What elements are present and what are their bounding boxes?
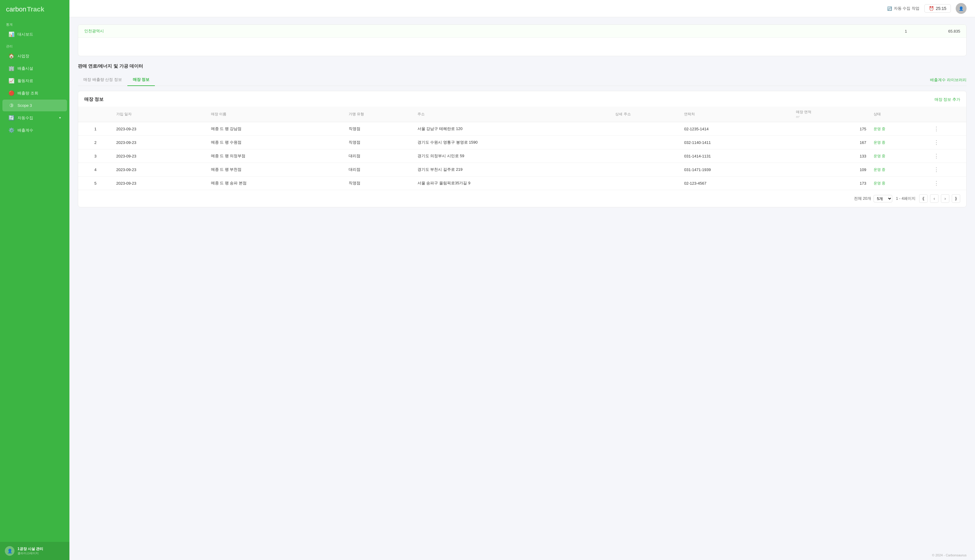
sidebar-item-business[interactable]: 🏠 사업장 [2,50,67,62]
page-content: 인천광역시 1 65.835 판매 연료/에너지 및 가공 데이터 매장 배출량… [69,17,975,550]
avatar: 👤 [5,546,15,556]
row-area: 133 [792,149,870,163]
row-area: 175 [792,122,870,136]
last-page-button[interactable]: ⟫ [952,194,960,203]
row-contact: 031-1414-1131 [680,149,792,163]
row-num: 4 [78,163,113,177]
table-row: 2 2023-09-23 메종 드 팽 수원점 직영점 경기도 수원시 영통구 … [78,136,966,149]
sidebar-user: 👤 1공장 시설 관리 클라이스테이지 [0,542,69,560]
row-detail [611,177,680,190]
th-name: 매장 이름 [207,107,345,122]
more-button[interactable]: ⋮ [934,167,939,172]
table-body: 1 2023-09-23 메종 드 팽 강남점 직영점 서울 강남구 테헤란로 … [78,122,966,190]
copyright: © 2024 - Carbonsaurus [932,553,967,557]
more-button[interactable]: ⋮ [934,180,939,186]
row-store-name: 메종 드 팽 송파 본점 [207,177,345,190]
sidebar-item-auto-collect-label: 자동수집 [18,115,33,121]
row-address: 경기도 수원시 영통구 봉영로 1590 [414,136,612,149]
row-area: 109 [792,163,870,177]
th-action [930,107,966,122]
sidebar: carbonTrack 통계 📊 대시보드 관리 🏠 사업장 🏢 배출시설 📈 … [0,0,69,560]
row-status: 운영 중 [870,149,930,163]
timer-display[interactable]: ⏰ 25:15 [924,4,951,13]
store-data-table: 가입 일자 매장 이름 가맹 유형 주소 상세 주소 연락처 매장 면적m² 상… [78,107,966,190]
row-detail [611,122,680,136]
pagination-total: 전체 20개 [854,196,871,201]
pagination: 전체 20개 5개10개20개 1 - 4페이지 ⟪ ‹ › ⟫ [78,190,966,207]
row-status: 운영 중 [870,136,930,149]
sidebar-item-emissions-view[interactable]: 🔴 배출량 조회 [2,87,67,99]
table-row: 4 2023-09-23 메종 드 팽 부천점 대리점 경기도 부천시 길주로 … [78,163,966,177]
row-address: 서울 송파구 올림픽로35가길 9 [414,177,612,190]
more-button[interactable]: ⋮ [934,126,939,132]
row-action: ⋮ [930,136,966,149]
more-button[interactable]: ⋮ [934,153,939,159]
store-add-button[interactable]: 매장 정보 추가 [935,97,960,102]
user-icon: 👤 [959,6,963,11]
section-management-label: 관리 [0,40,69,50]
sidebar-item-auto-collect[interactable]: 🔄 자동수집 ▾ [2,112,67,124]
th-address: 주소 [414,107,612,122]
sidebar-item-facility[interactable]: 🏢 배출시설 [2,62,67,74]
th-contact: 연락처 [680,107,792,122]
tab-emission-calc[interactable]: 매장 배출량 산정 정보 [78,74,127,86]
logo: carbonTrack [0,0,69,19]
region-table-section: 인천광역시 1 65.835 [78,25,967,56]
sidebar-item-emissions-label: 배출량 조회 [18,90,38,96]
row-type: 대리점 [345,149,414,163]
status-badge: 운영 중 [873,153,885,159]
next-page-button[interactable]: › [941,194,949,203]
row-detail [611,163,680,177]
sidebar-item-dashboard-label: 대시보드 [18,32,33,37]
prev-page-button[interactable]: ‹ [930,194,938,203]
emissions-icon: 🔴 [8,90,15,96]
first-page-button[interactable]: ⟪ [919,194,928,203]
timer-value: 25:15 [936,6,946,11]
row-store-name: 메종 드 팽 수원점 [207,136,345,149]
row-area: 167 [792,136,870,149]
row-date: 2023-09-23 [113,163,207,177]
row-detail [611,149,680,163]
sidebar-item-scope3-label: Scope 3 [18,103,32,108]
row-status: 운영 중 [870,122,930,136]
sidebar-item-emission-factor[interactable]: ⚙️ 배출계수 [2,124,67,136]
footer: © 2024 - Carbonsaurus [69,550,975,560]
sidebar-item-scope3[interactable]: ③ Scope 3 [2,100,67,111]
row-contact: 02-1235-1414 [680,122,792,136]
row-action: ⋮ [930,177,966,190]
row-contact: 031-1471-1939 [680,163,792,177]
user-avatar-button[interactable]: 👤 [956,3,967,14]
sidebar-item-facility-label: 배출시설 [18,66,33,71]
row-status: 운영 중 [870,163,930,177]
row-store-name: 메종 드 팽 의정부점 [207,149,345,163]
row-action: ⋮ [930,122,966,136]
th-date: 가입 일자 [113,107,207,122]
store-section-title: 매장 정보 [84,97,104,102]
activity-icon: 📈 [8,78,15,83]
row-type: 직영점 [345,122,414,136]
tab-store-info[interactable]: 매장 정보 [127,74,155,86]
logo-track: Track [27,5,44,13]
th-area: 매장 면적m² [792,107,870,122]
sidebar-item-dashboard[interactable]: 📊 대시보드 [2,28,67,40]
table-header-row: 가입 일자 매장 이름 가맹 유형 주소 상세 주소 연락처 매장 면적m² 상… [78,107,966,122]
region-count: 1 [888,29,924,33]
region-value: 65.835 [924,29,960,33]
sidebar-item-activity[interactable]: 📈 활동자료 [2,75,67,87]
tabs-bar: 매장 배출량 산정 정보 매장 정보 배출계수 라이브러리 [78,74,967,86]
row-type: 직영점 [345,136,414,149]
row-address: 서울 강남구 테헤란로 120 [414,122,612,136]
chevron-down-icon: ▾ [59,116,61,120]
home-icon: 🏠 [8,53,15,59]
user-name: 1공장 시설 관리 [18,547,43,552]
clock-icon: ⏰ [929,6,934,11]
row-date: 2023-09-23 [113,177,207,190]
auto-collect-button[interactable]: 🔃 자동 수집 작업 [887,6,920,11]
row-num: 5 [78,177,113,190]
table-row: 5 2023-09-23 메종 드 팽 송파 본점 직영점 서울 송파구 올림픽… [78,177,966,190]
th-detail: 상세 주소 [611,107,680,122]
emission-library-link[interactable]: 배출계수 라이브러리 [930,74,967,86]
per-page-select[interactable]: 5개10개20개 [873,195,892,202]
logo-carbon: carbon [6,5,26,13]
more-button[interactable]: ⋮ [934,140,939,145]
